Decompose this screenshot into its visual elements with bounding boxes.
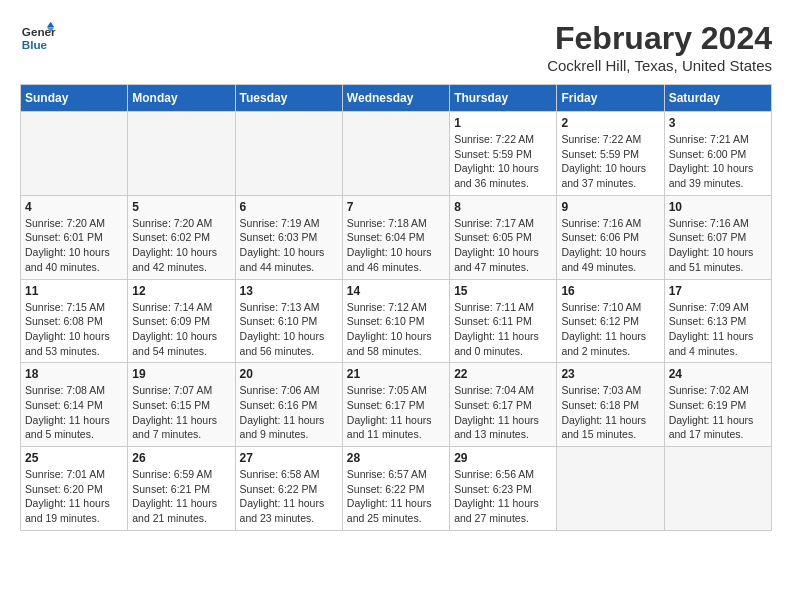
day-number: 2 (561, 116, 659, 130)
calendar-cell (235, 112, 342, 196)
day-info: Sunrise: 7:14 AM Sunset: 6:09 PM Dayligh… (132, 300, 230, 359)
calendar-cell: 7Sunrise: 7:18 AM Sunset: 6:04 PM Daylig… (342, 195, 449, 279)
calendar-cell: 11Sunrise: 7:15 AM Sunset: 6:08 PM Dayli… (21, 279, 128, 363)
calendar-cell: 5Sunrise: 7:20 AM Sunset: 6:02 PM Daylig… (128, 195, 235, 279)
day-info: Sunrise: 7:22 AM Sunset: 5:59 PM Dayligh… (454, 132, 552, 191)
weekday-header: Tuesday (235, 85, 342, 112)
calendar-cell: 17Sunrise: 7:09 AM Sunset: 6:13 PM Dayli… (664, 279, 771, 363)
logo-icon: General Blue (20, 20, 56, 56)
day-number: 22 (454, 367, 552, 381)
calendar-cell: 21Sunrise: 7:05 AM Sunset: 6:17 PM Dayli… (342, 363, 449, 447)
weekday-header: Sunday (21, 85, 128, 112)
title-block: February 2024 Cockrell Hill, Texas, Unit… (547, 20, 772, 74)
day-info: Sunrise: 7:09 AM Sunset: 6:13 PM Dayligh… (669, 300, 767, 359)
main-title: February 2024 (547, 20, 772, 57)
page-header: General Blue February 2024 Cockrell Hill… (20, 20, 772, 74)
calendar-cell: 1Sunrise: 7:22 AM Sunset: 5:59 PM Daylig… (450, 112, 557, 196)
calendar-cell: 23Sunrise: 7:03 AM Sunset: 6:18 PM Dayli… (557, 363, 664, 447)
day-number: 11 (25, 284, 123, 298)
calendar-cell: 3Sunrise: 7:21 AM Sunset: 6:00 PM Daylig… (664, 112, 771, 196)
day-number: 17 (669, 284, 767, 298)
calendar-cell: 9Sunrise: 7:16 AM Sunset: 6:06 PM Daylig… (557, 195, 664, 279)
calendar-cell: 29Sunrise: 6:56 AM Sunset: 6:23 PM Dayli… (450, 447, 557, 531)
weekday-header: Saturday (664, 85, 771, 112)
day-number: 19 (132, 367, 230, 381)
day-number: 14 (347, 284, 445, 298)
logo: General Blue (20, 20, 56, 56)
day-info: Sunrise: 7:06 AM Sunset: 6:16 PM Dayligh… (240, 383, 338, 442)
calendar-cell: 24Sunrise: 7:02 AM Sunset: 6:19 PM Dayli… (664, 363, 771, 447)
day-number: 29 (454, 451, 552, 465)
day-number: 21 (347, 367, 445, 381)
day-number: 1 (454, 116, 552, 130)
weekday-header: Wednesday (342, 85, 449, 112)
day-number: 13 (240, 284, 338, 298)
day-info: Sunrise: 6:56 AM Sunset: 6:23 PM Dayligh… (454, 467, 552, 526)
day-info: Sunrise: 6:57 AM Sunset: 6:22 PM Dayligh… (347, 467, 445, 526)
calendar-cell: 8Sunrise: 7:17 AM Sunset: 6:05 PM Daylig… (450, 195, 557, 279)
day-info: Sunrise: 7:17 AM Sunset: 6:05 PM Dayligh… (454, 216, 552, 275)
svg-text:Blue: Blue (22, 38, 48, 51)
day-info: Sunrise: 7:15 AM Sunset: 6:08 PM Dayligh… (25, 300, 123, 359)
day-number: 16 (561, 284, 659, 298)
day-info: Sunrise: 7:07 AM Sunset: 6:15 PM Dayligh… (132, 383, 230, 442)
day-number: 23 (561, 367, 659, 381)
calendar-cell: 4Sunrise: 7:20 AM Sunset: 6:01 PM Daylig… (21, 195, 128, 279)
calendar-cell (557, 447, 664, 531)
day-number: 26 (132, 451, 230, 465)
calendar-cell: 26Sunrise: 6:59 AM Sunset: 6:21 PM Dayli… (128, 447, 235, 531)
calendar-cell: 6Sunrise: 7:19 AM Sunset: 6:03 PM Daylig… (235, 195, 342, 279)
day-info: Sunrise: 6:59 AM Sunset: 6:21 PM Dayligh… (132, 467, 230, 526)
day-info: Sunrise: 7:19 AM Sunset: 6:03 PM Dayligh… (240, 216, 338, 275)
weekday-header: Friday (557, 85, 664, 112)
day-info: Sunrise: 7:02 AM Sunset: 6:19 PM Dayligh… (669, 383, 767, 442)
calendar-cell: 20Sunrise: 7:06 AM Sunset: 6:16 PM Dayli… (235, 363, 342, 447)
day-info: Sunrise: 7:13 AM Sunset: 6:10 PM Dayligh… (240, 300, 338, 359)
day-info: Sunrise: 7:20 AM Sunset: 6:02 PM Dayligh… (132, 216, 230, 275)
calendar-cell: 10Sunrise: 7:16 AM Sunset: 6:07 PM Dayli… (664, 195, 771, 279)
weekday-header: Monday (128, 85, 235, 112)
day-number: 4 (25, 200, 123, 214)
calendar-header: SundayMondayTuesdayWednesdayThursdayFrid… (21, 85, 772, 112)
day-number: 10 (669, 200, 767, 214)
calendar-table: SundayMondayTuesdayWednesdayThursdayFrid… (20, 84, 772, 531)
day-info: Sunrise: 7:20 AM Sunset: 6:01 PM Dayligh… (25, 216, 123, 275)
day-info: Sunrise: 7:21 AM Sunset: 6:00 PM Dayligh… (669, 132, 767, 191)
day-info: Sunrise: 7:16 AM Sunset: 6:07 PM Dayligh… (669, 216, 767, 275)
day-number: 5 (132, 200, 230, 214)
day-info: Sunrise: 7:12 AM Sunset: 6:10 PM Dayligh… (347, 300, 445, 359)
day-number: 8 (454, 200, 552, 214)
day-number: 6 (240, 200, 338, 214)
day-info: Sunrise: 7:03 AM Sunset: 6:18 PM Dayligh… (561, 383, 659, 442)
calendar-cell (342, 112, 449, 196)
day-info: Sunrise: 7:08 AM Sunset: 6:14 PM Dayligh… (25, 383, 123, 442)
day-number: 18 (25, 367, 123, 381)
calendar-body: 1Sunrise: 7:22 AM Sunset: 5:59 PM Daylig… (21, 112, 772, 531)
day-info: Sunrise: 7:05 AM Sunset: 6:17 PM Dayligh… (347, 383, 445, 442)
calendar-cell: 14Sunrise: 7:12 AM Sunset: 6:10 PM Dayli… (342, 279, 449, 363)
calendar-cell (21, 112, 128, 196)
calendar-cell: 19Sunrise: 7:07 AM Sunset: 6:15 PM Dayli… (128, 363, 235, 447)
day-info: Sunrise: 7:01 AM Sunset: 6:20 PM Dayligh… (25, 467, 123, 526)
weekday-header: Thursday (450, 85, 557, 112)
calendar-cell: 27Sunrise: 6:58 AM Sunset: 6:22 PM Dayli… (235, 447, 342, 531)
day-info: Sunrise: 7:16 AM Sunset: 6:06 PM Dayligh… (561, 216, 659, 275)
calendar-cell: 25Sunrise: 7:01 AM Sunset: 6:20 PM Dayli… (21, 447, 128, 531)
day-info: Sunrise: 7:22 AM Sunset: 5:59 PM Dayligh… (561, 132, 659, 191)
day-info: Sunrise: 7:04 AM Sunset: 6:17 PM Dayligh… (454, 383, 552, 442)
calendar-cell: 13Sunrise: 7:13 AM Sunset: 6:10 PM Dayli… (235, 279, 342, 363)
day-info: Sunrise: 6:58 AM Sunset: 6:22 PM Dayligh… (240, 467, 338, 526)
subtitle: Cockrell Hill, Texas, United States (547, 57, 772, 74)
day-number: 28 (347, 451, 445, 465)
day-info: Sunrise: 7:11 AM Sunset: 6:11 PM Dayligh… (454, 300, 552, 359)
day-info: Sunrise: 7:10 AM Sunset: 6:12 PM Dayligh… (561, 300, 659, 359)
day-number: 25 (25, 451, 123, 465)
calendar-cell: 2Sunrise: 7:22 AM Sunset: 5:59 PM Daylig… (557, 112, 664, 196)
calendar-cell: 28Sunrise: 6:57 AM Sunset: 6:22 PM Dayli… (342, 447, 449, 531)
day-number: 15 (454, 284, 552, 298)
calendar-cell: 12Sunrise: 7:14 AM Sunset: 6:09 PM Dayli… (128, 279, 235, 363)
day-number: 20 (240, 367, 338, 381)
calendar-cell (664, 447, 771, 531)
calendar-cell: 18Sunrise: 7:08 AM Sunset: 6:14 PM Dayli… (21, 363, 128, 447)
calendar-cell: 15Sunrise: 7:11 AM Sunset: 6:11 PM Dayli… (450, 279, 557, 363)
